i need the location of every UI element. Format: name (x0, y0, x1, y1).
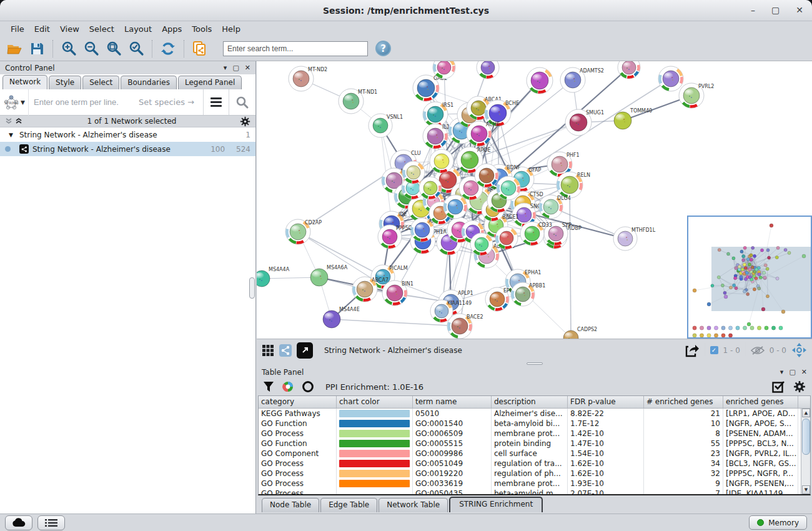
help-icon[interactable]: ? (375, 41, 391, 56)
network-node[interactable] (419, 177, 442, 199)
menu-item-layout[interactable]: Layout (120, 22, 156, 36)
network-node-bace2[interactable]: BACE2 (447, 314, 483, 339)
scrollbar-thumb[interactable] (802, 419, 810, 455)
column-header-enrichedgenes[interactable]: # enriched genes (644, 396, 723, 408)
column-header-chartcolor[interactable]: chart color (337, 396, 413, 408)
menu-item-view[interactable]: View (56, 22, 84, 36)
network-node-pvrl2[interactable] (788, 251, 791, 254)
network-node-apbb1[interactable]: APBB1 (511, 282, 545, 306)
network-node-mme[interactable] (735, 267, 738, 270)
network-node[interactable] (497, 176, 520, 200)
network-node-ms4a4e[interactable]: MS4A4E (323, 307, 360, 328)
network-node[interactable] (743, 263, 746, 266)
tab-network[interactable]: Network (2, 75, 47, 89)
share-network-icon[interactable] (279, 344, 292, 357)
tab-network-table[interactable]: Network Table (379, 498, 448, 512)
network-node-reln[interactable] (766, 267, 769, 270)
network-node[interactable] (751, 246, 755, 249)
panel-divider-handle[interactable] (249, 277, 255, 299)
birds-eye-view[interactable] (687, 216, 812, 339)
network-node-aplp2[interactable] (740, 275, 743, 279)
network-node-tomm40[interactable] (775, 256, 778, 259)
menu-item-edit[interactable]: Edit (30, 22, 54, 36)
network-node[interactable] (658, 66, 683, 91)
network-node[interactable] (402, 161, 425, 184)
network-node-cadps2[interactable] (766, 295, 769, 298)
network-node[interactable] (475, 164, 498, 187)
network-node-phf1[interactable] (764, 264, 767, 267)
tab-string-enrichment[interactable]: STRING Enrichment (449, 497, 543, 512)
tab-boundaries[interactable]: Boundaries (121, 76, 177, 89)
tab-legend-panel[interactable]: Legend Panel (178, 76, 242, 89)
network-node-picalm[interactable] (733, 284, 736, 287)
panel-close-icon[interactable]: ✕ (245, 64, 250, 71)
network-node-dlg4[interactable]: DLG4 (539, 195, 571, 219)
network-node[interactable] (743, 246, 746, 249)
open-file-icon[interactable] (6, 41, 22, 57)
network-node-epha3[interactable] (753, 288, 756, 291)
network-node-mt-nd1[interactable] (726, 252, 730, 256)
table-row[interactable]: GO ProcessGO:0019220regulation of ph...1… (259, 469, 801, 479)
network-node[interactable] (755, 268, 758, 271)
string-options-icon[interactable] (204, 97, 229, 107)
menu-item-file[interactable]: File (6, 22, 29, 36)
network-node-snca[interactable] (758, 272, 761, 275)
network-node-vsnl1[interactable]: VSNL1 (369, 114, 403, 137)
network-node[interactable] (618, 61, 640, 79)
table-row[interactable]: KEGG Pathways05010Alzheimer's dise...8.8… (259, 409, 801, 419)
filter-icon[interactable] (263, 381, 274, 392)
string-search-icon[interactable] (229, 96, 255, 109)
network-node[interactable] (745, 271, 748, 274)
refresh-icon[interactable] (160, 41, 176, 57)
network-node-bace2[interactable] (746, 292, 750, 295)
network-node-gab2[interactable] (740, 250, 743, 253)
zoom-in-icon[interactable] (61, 41, 77, 57)
network-node-mt-nd1[interactable]: MT-ND1 (339, 89, 377, 114)
column-header-termname[interactable]: term name (413, 396, 492, 408)
expand-collapse-all-icons[interactable] (5, 117, 24, 125)
table-row[interactable]: GO ProcessGO:0050435beta-amyloid m...2.0… (259, 489, 801, 494)
network-node-cd33[interactable] (759, 276, 762, 279)
network-from-file-icon[interactable] (192, 41, 208, 57)
table-row[interactable]: GO ProcessGO:0033619membrane prot...1.93… (259, 479, 801, 489)
network-node[interactable] (495, 227, 518, 249)
network-node-abca7[interactable] (729, 286, 732, 289)
scroll-down-arrow[interactable]: ▼ (802, 485, 810, 494)
set-species-link[interactable]: Set species → (139, 97, 194, 107)
network-node-cd2ap[interactable] (717, 275, 720, 279)
table-settings-gear-icon[interactable] (793, 380, 806, 393)
table-row[interactable]: GO ProcessGO:0051049regulation of tra...… (259, 459, 801, 469)
zoom-fit-icon[interactable] (106, 41, 122, 57)
network-node[interactable] (760, 249, 763, 252)
tab-edge-table[interactable]: Edge Table (320, 498, 377, 512)
export-network-icon[interactable] (685, 343, 700, 358)
tab-node-table[interactable]: Node Table (262, 498, 319, 512)
cloud-button[interactable] (5, 515, 32, 530)
panel-float-icon[interactable]: ▢ (789, 369, 795, 375)
network-node-ms4a4a[interactable]: MS4A4A (257, 267, 290, 287)
network-node-mthfd1l[interactable] (776, 277, 779, 280)
network-node[interactable] (738, 265, 741, 268)
network-node-reln[interactable]: RELN (557, 172, 590, 198)
network-node[interactable] (748, 268, 751, 271)
network-tree-row[interactable]: String Network - Alzheimer's disease1005… (0, 142, 255, 156)
network-node-gab2[interactable]: GAB2 (413, 75, 447, 101)
panel-menu-icon[interactable]: ▾ (224, 64, 227, 71)
network-node-bche[interactable] (753, 254, 756, 257)
menu-item-help[interactable]: Help (217, 22, 245, 36)
save-icon[interactable] (29, 41, 45, 57)
clear-chart-icon[interactable] (302, 380, 314, 393)
task-history-button[interactable] (37, 515, 65, 530)
tab-select[interactable]: Select (82, 76, 119, 89)
menu-item-tools[interactable]: Tools (187, 22, 216, 36)
column-header-FDRp-value[interactable]: FDR p-value (568, 396, 644, 408)
maximize-button[interactable]: ▢ (771, 4, 780, 16)
table-row[interactable]: GO ProcessGO:0006509membrane prot...1.42… (259, 429, 801, 439)
column-header-enrichedgenes[interactable]: enriched genes (723, 396, 798, 408)
scroll-up-arrow[interactable]: ▲ (802, 409, 810, 417)
string-protein-query-icon[interactable]: STRING ▼ (0, 89, 29, 116)
network-node-cd2ap[interactable]: CD2AP (285, 219, 322, 244)
network-node-ms4a4a[interactable] (711, 284, 714, 287)
network-node-ms4a4e[interactable] (723, 291, 726, 294)
network-node-ppp5c[interactable] (733, 277, 736, 280)
